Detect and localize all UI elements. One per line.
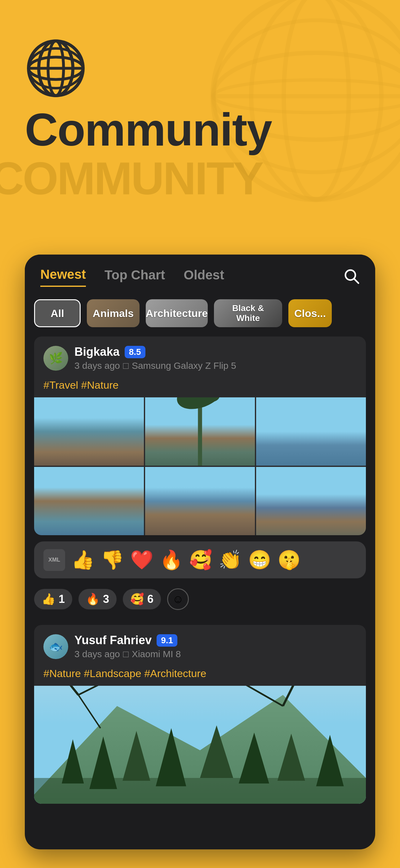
reaction-shush[interactable]: 🤫: [277, 549, 301, 571]
photo-4[interactable]: [34, 467, 144, 535]
count-thumbsup-emoji: 👍: [41, 593, 56, 606]
smiley-icon: ☺: [172, 593, 184, 606]
svg-rect-22: [34, 778, 366, 804]
reaction-count-thumbsup[interactable]: 👍 1: [34, 589, 72, 610]
category-row: All Animals Architecture Black &White Cl…: [25, 293, 375, 333]
reaction-picker: XML 👍 👎 ❤️ 🔥 🥰 👏 😁 🤫: [34, 541, 366, 578]
reaction-clap[interactable]: 👏: [219, 549, 242, 571]
reaction-hearts-eyes[interactable]: 🥰: [189, 549, 212, 571]
community-watermark: COMMUNITY: [0, 152, 263, 205]
category-pill-all[interactable]: All: [34, 299, 80, 327]
page-title: Community: [25, 107, 272, 153]
score-badge-2: 9.1: [157, 634, 177, 647]
post-meta-2: Yusuf Fahriev 9.1 3 days ago □ Xiaomi MI…: [74, 633, 357, 659]
tab-top-chart[interactable]: Top Chart: [104, 268, 165, 286]
tab-newest[interactable]: Newest: [40, 267, 86, 287]
post-info-1: 3 days ago □ Samsung Galaxy Z Flip 5: [74, 361, 357, 371]
username-row-2: Yusuf Fahriev 9.1: [74, 633, 357, 647]
count-fire-emoji: 🔥: [86, 593, 100, 606]
category-pill-animals[interactable]: Animals: [87, 299, 139, 327]
tab-bar: Newest Top Chart Oldest: [25, 254, 375, 293]
reaction-fire[interactable]: 🔥: [160, 549, 183, 571]
photo-1[interactable]: [34, 397, 144, 466]
reaction-thumbsdown[interactable]: 👎: [101, 549, 124, 571]
add-reaction-button[interactable]: ☺: [167, 588, 189, 610]
post-info-2: 3 days ago □ Xiaomi MI 8: [74, 649, 357, 659]
photo-6[interactable]: [256, 467, 366, 535]
globe-icon: [25, 37, 87, 99]
post-card-2: 🐟 Yusuf Fahriev 9.1 3 days ago □ Xiaomi …: [34, 625, 366, 804]
count-hearts-number: 6: [147, 593, 154, 606]
count-fire-number: 3: [103, 593, 109, 606]
reaction-count-hearts[interactable]: 🥰 6: [123, 589, 161, 610]
count-hearts-emoji: 🥰: [130, 593, 144, 606]
category-pill-architecture[interactable]: Architecture: [146, 299, 208, 327]
search-icon: [343, 268, 360, 284]
reaction-thumbsup[interactable]: 👍: [71, 549, 95, 571]
photo-5[interactable]: [145, 467, 255, 535]
username-row-1: Bigkaka 8.5: [74, 345, 357, 359]
post-tags-1: #Travel #Nature: [34, 376, 366, 397]
phone-container: Newest Top Chart Oldest All Animals Arch…: [25, 254, 375, 849]
score-badge-1: 8.5: [125, 346, 145, 358]
post-tags-2: #Nature #Landscape #Architecture: [34, 664, 366, 686]
category-pill-close[interactable]: Clos...: [288, 299, 332, 327]
count-thumbsup-number: 1: [59, 593, 65, 606]
reaction-count-fire[interactable]: 🔥 3: [78, 589, 116, 610]
tab-oldest[interactable]: Oldest: [184, 268, 224, 286]
photo-2[interactable]: [145, 397, 255, 466]
post-card-1: 🌿 Bigkaka 8.5 3 days ago □ Samsung Galax…: [34, 337, 366, 535]
reaction-grin[interactable]: 😁: [248, 549, 271, 571]
post-header-1: 🌿 Bigkaka 8.5 3 days ago □ Samsung Galax…: [34, 337, 366, 376]
post-header-2: 🐟 Yusuf Fahriev 9.1 3 days ago □ Xiaomi …: [34, 625, 366, 664]
post-meta-1: Bigkaka 8.5 3 days ago □ Samsung Galaxy …: [74, 345, 357, 371]
username-2: Yusuf Fahriev: [74, 633, 152, 647]
header-section: Community: [25, 37, 272, 153]
reaction-heart[interactable]: ❤️: [130, 549, 154, 571]
avatar-bigkaka: 🌿: [43, 346, 68, 371]
username-1: Bigkaka: [74, 345, 120, 359]
reaction-counts: 👍 1 🔥 3 🥰 6 ☺: [25, 583, 375, 619]
avatar-yusuf: 🐟: [43, 634, 68, 659]
photo-3[interactable]: [256, 397, 366, 466]
search-button[interactable]: [343, 268, 360, 286]
xml-icon[interactable]: XML: [43, 549, 65, 571]
svg-line-14: [354, 279, 359, 283]
landscape-photo[interactable]: [34, 686, 366, 804]
category-pill-blackwhite[interactable]: Black &White: [214, 299, 282, 327]
photo-grid-1: [34, 397, 366, 535]
